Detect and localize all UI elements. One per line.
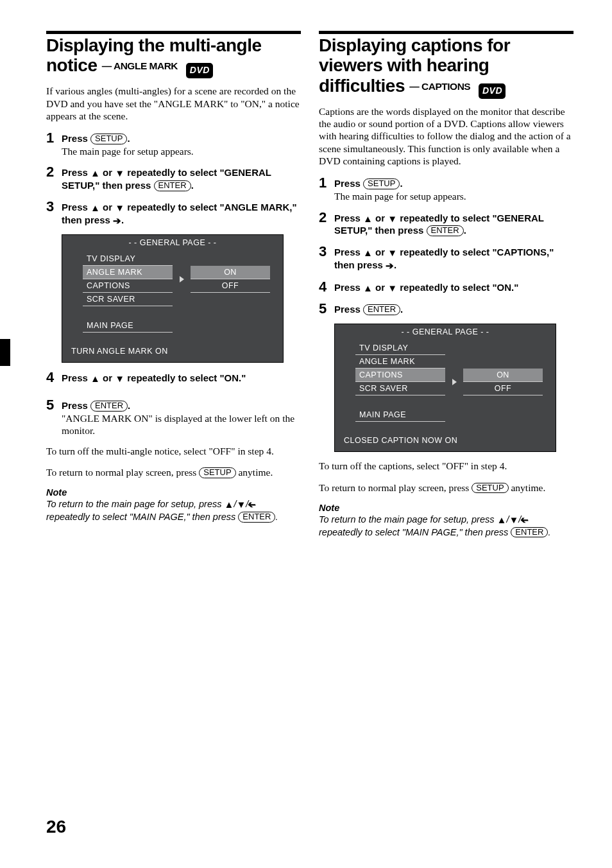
page-number: 26 bbox=[46, 817, 66, 837]
step-heading: Press ▲ or ▼ repeatedly to select "GENER… bbox=[62, 167, 301, 192]
arrow-up-icon: ▲ bbox=[363, 247, 373, 259]
setup-key-icon: SETUP bbox=[472, 483, 508, 494]
page-content: Displaying the multi-angle notice — ANGL… bbox=[0, 0, 612, 538]
step-heading: Press ENTER. bbox=[334, 304, 574, 316]
left-para1: To turn off the multi-angle notice, sele… bbox=[46, 445, 301, 457]
txt: Press bbox=[334, 178, 363, 189]
arrow-down-icon: ▼ bbox=[115, 202, 124, 214]
txt: or bbox=[373, 282, 387, 293]
menu-item: ANGLE MARK bbox=[355, 355, 445, 369]
txt: . bbox=[400, 304, 403, 315]
txt: Press bbox=[334, 282, 363, 293]
txt: or bbox=[373, 247, 387, 257]
menu-item: SCR SAVER bbox=[355, 382, 445, 395]
arrow-up-icon: ▲ bbox=[90, 202, 100, 214]
dvd-icon: DVD bbox=[479, 83, 506, 99]
txt: repeatedly to select "ON." bbox=[397, 282, 518, 293]
step-heading: Press ▲ or ▼ repeatedly to select "ON." bbox=[334, 282, 574, 295]
arrow-right-icon: ➔ bbox=[113, 215, 121, 227]
side-tab-marker bbox=[0, 339, 10, 366]
txt: Press bbox=[334, 247, 363, 257]
right-title: Displaying captions for viewers with hea… bbox=[319, 35, 574, 99]
step-number: 5 bbox=[46, 398, 55, 437]
panel-title: - - GENERAL PAGE - - bbox=[62, 235, 283, 250]
left-para2: To return to normal play screen, press S… bbox=[46, 466, 301, 478]
step-number: 1 bbox=[319, 176, 328, 202]
arrow-down-icon: ▼ bbox=[387, 247, 397, 259]
txt: . bbox=[121, 214, 124, 225]
option-off: OFF bbox=[191, 279, 270, 293]
step-heading: Press ▲ or ▼ repeatedly to select "ON." bbox=[62, 372, 301, 385]
option-on: ON bbox=[191, 266, 270, 279]
arrow-down-icon: ▼ bbox=[387, 282, 397, 295]
arrow-left-icon: ➔ bbox=[521, 514, 529, 526]
arrow-up-icon: ▲ bbox=[90, 168, 100, 180]
arrow-up-icon: ▲ bbox=[363, 282, 373, 295]
step-number: 3 bbox=[46, 200, 55, 227]
enter-key-icon: ENTER bbox=[363, 304, 400, 315]
txt: Press bbox=[62, 400, 90, 411]
txt: . bbox=[548, 527, 550, 537]
txt: To return to normal play screen, press bbox=[46, 467, 199, 478]
step-5: 5 Press ENTER. "ANGLE MARK ON" is displa… bbox=[46, 398, 301, 437]
step-number: 2 bbox=[319, 211, 328, 238]
txt: To return to normal play screen, press bbox=[319, 482, 472, 493]
txt: or bbox=[100, 167, 115, 178]
step-heading: Press SETUP. bbox=[62, 133, 301, 145]
txt: repeatedly to select "MAIN PAGE," then p… bbox=[319, 527, 511, 537]
txt: Press bbox=[62, 202, 90, 213]
right-para2: To return to normal play screen, press S… bbox=[319, 482, 574, 494]
step-number: 4 bbox=[46, 370, 55, 385]
step-2: 2 Press ▲ or ▼ repeatedly to select "GEN… bbox=[46, 165, 301, 192]
option-on: ON bbox=[463, 369, 543, 382]
txt: or bbox=[373, 213, 387, 223]
arrow-up-icon: ▲ bbox=[225, 499, 234, 511]
option-off: OFF bbox=[463, 382, 543, 395]
txt: Press bbox=[62, 167, 90, 178]
setup-key-icon: SETUP bbox=[199, 467, 235, 478]
menu-item-mainpage: MAIN PAGE bbox=[355, 408, 445, 422]
step-2: 2 Press ▲ or ▼ repeatedly to select "GEN… bbox=[319, 211, 574, 238]
arrow-down-icon: ▼ bbox=[236, 499, 246, 511]
arrow-up-icon: ▲ bbox=[497, 514, 507, 526]
txt: . bbox=[127, 133, 130, 144]
arrow-down-icon: ▼ bbox=[387, 213, 397, 225]
menu-item-mainpage: MAIN PAGE bbox=[83, 319, 173, 333]
step-1: 1 Press SETUP. The main page for setup a… bbox=[46, 131, 301, 157]
step-heading: Press SETUP. bbox=[334, 178, 574, 190]
pointer-right-icon bbox=[452, 379, 457, 385]
menu-list: TV DISPLAY ANGLE MARK CAPTIONS SCR SAVER… bbox=[83, 252, 173, 333]
step-number: 2 bbox=[46, 165, 55, 192]
setup-key-icon: SETUP bbox=[90, 134, 127, 144]
arrow-right-icon: ➔ bbox=[386, 260, 394, 272]
panel-status: TURN ANGLE MARK ON bbox=[71, 347, 168, 356]
step-heading: Press ▲ or ▼ repeatedly to select "GENER… bbox=[334, 213, 574, 238]
left-intro: If various angles (multi-angles) for a s… bbox=[46, 85, 301, 122]
note-heading: Note bbox=[319, 503, 574, 513]
step-heading: Press ENTER. bbox=[62, 400, 301, 412]
title-line1: Displaying the multi-angle bbox=[46, 35, 261, 55]
txt: To return to the main page for setup, pr… bbox=[46, 499, 225, 509]
step-5: 5 Press ENTER. bbox=[319, 302, 574, 316]
section-rule bbox=[46, 31, 301, 34]
menu-list: TV DISPLAY ANGLE MARK CAPTIONS SCR SAVER… bbox=[355, 342, 445, 422]
right-intro: Captions are the words displayed on the … bbox=[319, 105, 574, 168]
right-para1: To turn off the captions, select "OFF" i… bbox=[319, 460, 574, 472]
step-text: "ANGLE MARK ON" is displayed at the lowe… bbox=[62, 412, 301, 437]
txt: To return to the main page for setup, pr… bbox=[319, 514, 497, 525]
title-line3: difficulties bbox=[319, 76, 405, 96]
txt: repeatedly to select "MAIN PAGE," then p… bbox=[46, 512, 238, 522]
txt: repeatedly to select "ON." bbox=[124, 372, 246, 383]
arrow-left-icon: ➔ bbox=[248, 499, 257, 511]
txt: . bbox=[400, 178, 402, 189]
arrow-down-icon: ▼ bbox=[115, 373, 124, 385]
menu-item: TV DISPLAY bbox=[355, 342, 445, 355]
menu-item-selected: ANGLE MARK bbox=[83, 266, 173, 279]
title-line2: notice bbox=[46, 55, 97, 75]
txt: . bbox=[275, 512, 278, 522]
txt: anytime. bbox=[509, 482, 546, 493]
panel-status: CLOSED CAPTION NOW ON bbox=[344, 436, 457, 445]
txt: Press bbox=[334, 213, 363, 223]
txt: Press bbox=[62, 133, 90, 144]
txt: Press bbox=[334, 304, 363, 315]
